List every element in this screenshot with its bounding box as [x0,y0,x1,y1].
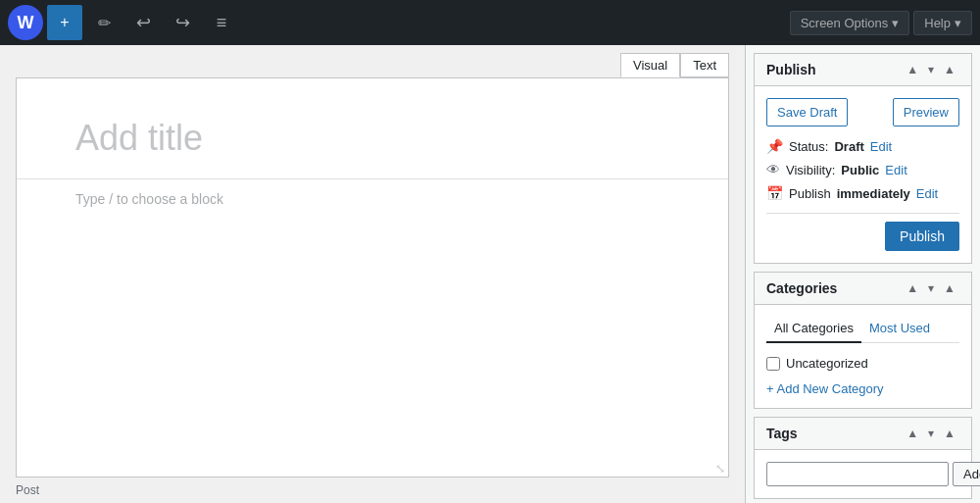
eye-icon: 👁 [766,162,780,177]
wp-logo[interactable]: W [8,5,43,40]
categories-metabox-body: All Categories Most Used Uncategorized +… [755,305,971,408]
publish-date-row: 📅 Publish immediately Edit [766,185,959,201]
tab-visual[interactable]: Visual [620,53,680,77]
categories-tabs: All Categories Most Used [766,317,959,343]
categories-metabox-title: Categories [766,280,837,296]
publish-status-row: 📌 Status: Draft Edit [766,138,959,154]
post-type-label: Post [16,483,39,497]
publish-submit-area: Publish [766,213,959,251]
title-area[interactable]: Add title [17,78,728,178]
uncategorized-label: Uncategorized [786,356,868,371]
categories-collapse-down-button[interactable]: ▾ [924,280,938,296]
tags-input-row: Add [766,462,959,486]
publish-actions: Save Draft Preview [766,98,959,126]
publish-collapse-up-button[interactable]: ▲ [903,62,922,77]
resize-icon: ⤡ [715,462,725,476]
tags-metabox-controls: ▲ ▾ ▲ [903,426,959,441]
help-button[interactable]: Help ▾ [913,11,972,35]
tags-collapse-down-button[interactable]: ▾ [924,426,938,441]
save-draft-button[interactable]: Save Draft [766,98,848,126]
resize-handle[interactable]: ⤡ [712,461,728,477]
publish-date-edit-link[interactable]: Edit [916,186,938,201]
calendar-icon: 📅 [766,185,783,201]
screen-options-button[interactable]: Screen Options ▾ [790,11,910,35]
redo-button[interactable]: ↪ [165,5,200,40]
editor-tabs: Visual Text [0,45,745,77]
tags-metabox: Tags ▲ ▾ ▲ Add [754,417,972,499]
categories-pin-button[interactable]: ▲ [940,280,959,296]
status-bar: Post [0,478,745,503]
uncategorized-checkbox[interactable] [766,357,780,371]
tags-metabox-body: Add [755,450,971,498]
visibility-edit-link[interactable]: Edit [885,163,906,177]
tab-text[interactable]: Text [680,53,729,77]
visibility-value: Public [841,163,879,177]
tab-all-categories[interactable]: All Categories [766,317,861,343]
publish-metabox-body: Save Draft Preview 📌 Status: Draft Edit … [755,86,971,263]
list-item: Uncategorized [766,353,959,374]
help-label: Help [924,16,951,30]
tab-most-used[interactable]: Most Used [861,317,938,343]
help-arrow-icon: ▾ [955,16,961,30]
publish-collapse-down-button[interactable]: ▾ [924,62,938,77]
categories-metabox-header: Categories ▲ ▾ ▲ [755,273,971,305]
pin-icon: 📌 [766,138,783,154]
add-tag-button[interactable]: Add [953,462,980,486]
pencil-icon: ✏ [98,14,111,32]
status-edit-link[interactable]: Edit [870,139,892,154]
plus-icon: + [60,14,69,31]
publish-when-label: Publish [789,186,831,201]
menu-button[interactable]: ≡ [204,5,239,40]
add-block-button[interactable]: + [47,5,82,40]
undo-icon: ↩ [136,12,151,33]
category-list: Uncategorized [766,353,959,374]
redo-icon: ↪ [175,12,190,33]
tags-pin-button[interactable]: ▲ [940,426,959,441]
categories-metabox-controls: ▲ ▾ ▲ [903,280,959,296]
publish-metabox-controls: ▲ ▾ ▲ [903,62,959,77]
edit-button[interactable]: ✏ [86,5,122,40]
publish-metabox-header: Publish ▲ ▾ ▲ [755,54,971,86]
block-placeholder[interactable]: Type / to choose a block [75,179,669,219]
main-area: Visual Text Add title Type / to choose a… [0,45,980,503]
preview-button[interactable]: Preview [893,98,959,126]
screen-options-label: Screen Options [801,16,889,30]
visibility-label: Visibility: [786,163,835,177]
publish-metabox: Publish ▲ ▾ ▲ Save Draft Preview 📌 Statu… [754,53,972,264]
top-bar: W + ✏ ↩ ↪ ≡ Screen Options ▾ Help ▾ [0,0,980,45]
tags-metabox-header: Tags ▲ ▾ ▲ [755,418,971,450]
tags-metabox-title: Tags [766,426,798,441]
publish-metabox-title: Publish [766,62,816,77]
top-bar-left: W + ✏ ↩ ↪ ≡ [8,5,239,40]
title-placeholder[interactable]: Add title [75,118,669,159]
sidebar: Publish ▲ ▾ ▲ Save Draft Preview 📌 Statu… [745,45,980,503]
status-label: Status: [789,139,828,154]
status-value: Draft [834,139,863,154]
tags-collapse-up-button[interactable]: ▲ [903,426,922,441]
screen-options-arrow-icon: ▾ [892,16,899,30]
categories-metabox: Categories ▲ ▾ ▲ All Categories Most Use… [754,272,972,409]
menu-icon: ≡ [217,13,227,33]
publish-visibility-row: 👁 Visibility: Public Edit [766,162,959,177]
publish-when-value: immediately [837,186,910,201]
editor-area: Visual Text Add title Type / to choose a… [0,45,745,503]
add-new-category-link[interactable]: + Add New Category [766,381,884,396]
top-bar-right: Screen Options ▾ Help ▾ [790,11,972,35]
publish-button[interactable]: Publish [885,222,959,251]
editor-canvas: Add title Type / to choose a block ⤡ [16,77,729,478]
undo-button[interactable]: ↩ [125,5,161,40]
block-placeholder-area[interactable]: Type / to choose a block [17,178,728,219]
tags-input[interactable] [766,462,949,486]
publish-pin-button[interactable]: ▲ [940,62,959,77]
categories-collapse-up-button[interactable]: ▲ [903,280,922,296]
